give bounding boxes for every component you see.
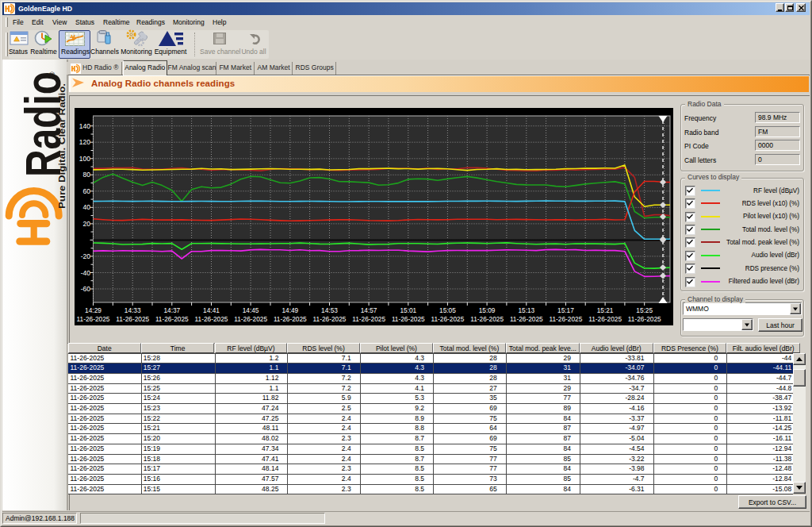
svg-text:Pure Digital. Clear Radio.: Pure Digital. Clear Radio.	[57, 83, 67, 209]
svg-text:14:57: 14:57	[361, 306, 377, 314]
svg-text:15:21: 15:21	[597, 306, 614, 314]
svg-text:11-26-2025: 11-26-2025	[352, 315, 385, 323]
svg-text:80: 80	[83, 171, 91, 179]
svg-text:120: 120	[79, 138, 90, 146]
svg-text:-20: -20	[81, 252, 91, 260]
svg-text:15:17: 15:17	[557, 306, 574, 314]
svg-text:11-26-2025: 11-26-2025	[510, 315, 543, 323]
svg-text:11-26-2025: 11-26-2025	[274, 315, 307, 323]
svg-text:14:45: 14:45	[243, 306, 259, 314]
svg-text:15:25: 15:25	[636, 306, 653, 314]
svg-text:11-26-2025: 11-26-2025	[155, 315, 189, 323]
svg-text:15:05: 15:05	[439, 306, 456, 314]
svg-text:15:09: 15:09	[479, 306, 496, 314]
svg-text:11-26-2025: 11-26-2025	[77, 315, 110, 323]
svg-text:11-26-2025: 11-26-2025	[431, 315, 464, 323]
svg-text:15:13: 15:13	[518, 306, 534, 314]
svg-text:11-26-2025: 11-26-2025	[628, 315, 661, 323]
svg-text:14:29: 14:29	[85, 306, 102, 314]
svg-text:14:37: 14:37	[163, 306, 180, 314]
svg-text:40: 40	[83, 203, 91, 211]
svg-text:15:01: 15:01	[400, 306, 416, 314]
svg-text:14:33: 14:33	[124, 306, 141, 314]
svg-text:20: 20	[83, 220, 91, 228]
svg-text:11-26-2025: 11-26-2025	[116, 315, 149, 323]
svg-text:®: ®	[48, 71, 56, 77]
svg-text:14:53: 14:53	[321, 306, 338, 314]
svg-text:11-26-2025: 11-26-2025	[392, 315, 425, 323]
svg-text:-60: -60	[81, 285, 91, 293]
svg-text:11-26-2025: 11-26-2025	[470, 315, 504, 323]
svg-text:140: 140	[79, 122, 90, 130]
svg-text:14:41: 14:41	[203, 306, 220, 314]
svg-text:-40: -40	[81, 269, 91, 277]
svg-text:11-26-2025: 11-26-2025	[234, 315, 267, 323]
svg-text:11-26-2025: 11-26-2025	[588, 315, 622, 323]
svg-text:100: 100	[79, 155, 90, 163]
svg-text:14:49: 14:49	[282, 306, 298, 314]
svg-text:11-26-2025: 11-26-2025	[549, 315, 582, 323]
svg-text:60: 60	[83, 187, 91, 195]
svg-text:11-26-2025: 11-26-2025	[313, 315, 347, 323]
svg-text:11-26-2025: 11-26-2025	[195, 315, 228, 323]
